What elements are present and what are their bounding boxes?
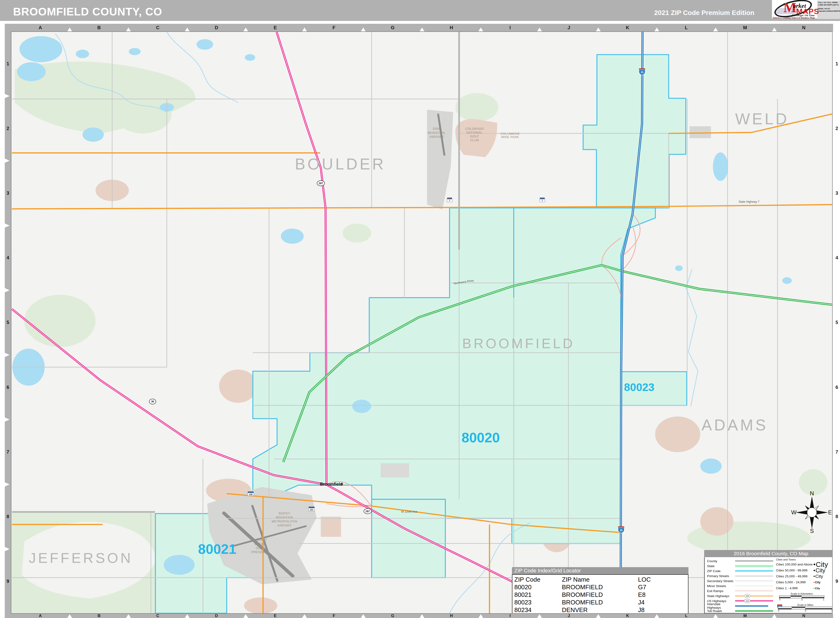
grid-col: K — [598, 24, 657, 31]
city-dot-icon — [813, 570, 815, 571]
svg-text:W 120th Ave: W 120th Ave — [401, 510, 417, 513]
sh7-shield: 7 — [447, 198, 452, 202]
county-label-broomfield: BROOMFIELD — [462, 336, 575, 351]
svg-text:NATIONAL: NATIONAL — [466, 131, 483, 134]
logo-tagline: On Target. On Time. — [792, 14, 815, 16]
zip-table-header-row: ZIP Code ZIP Name LOC — [514, 576, 686, 583]
grid-row: 6 — [5, 355, 11, 419]
sh7-shield: 7 — [539, 198, 545, 202]
sh128-shield: 128 — [248, 491, 254, 496]
svg-text:GOLF: GOLF — [256, 546, 265, 550]
title-bar: BROOMFIELD COUNTY, CO 2021 ZIP Code Prem… — [0, 0, 840, 21]
svg-text:MUNICIPAL: MUNICIPAL — [428, 131, 445, 135]
grid-row: 7 — [5, 419, 11, 484]
grid-left-bar: 1 2 3 4 5 6 7 8 9 — [5, 31, 11, 614]
grid-col: N — [774, 24, 833, 31]
grid-col: B — [70, 614, 128, 618]
us287-shield: 287 — [317, 181, 325, 186]
county-label-weld: WELD — [735, 110, 789, 128]
grid-col: A — [11, 24, 70, 31]
i25-shield: 25 — [639, 68, 645, 75]
grid-col: C — [128, 24, 187, 31]
grid-col: C — [128, 614, 187, 618]
edition-label: 2021 ZIP Code Premium Edition — [654, 9, 754, 16]
grid-col: J — [539, 24, 598, 31]
legend-item-label: Toll Roads — [707, 609, 735, 613]
grid-row: 4 — [5, 226, 11, 290]
zip-index-table: ZIP Code Index/Grid Locator ZIP Code ZIP… — [512, 567, 688, 614]
city-label-broomfield: Broomfield — [320, 482, 343, 487]
grid-row: 3 — [5, 161, 11, 225]
zip-table-row: 80020 BROOMFIELD G7 — [514, 583, 686, 591]
zip-table-row: 80021 BROOMFIELD E8 — [514, 591, 686, 599]
svg-text:128: 128 — [249, 493, 252, 496]
svg-text:287: 287 — [365, 510, 370, 513]
legend-item-label: Minor Streets — [707, 584, 735, 588]
svg-text:7: 7 — [542, 199, 543, 202]
legend-item-label: State — [707, 564, 735, 568]
state-highway-shield-icon: 123 — [744, 594, 750, 598]
legend-item-label: Primary Streets — [707, 574, 735, 578]
compass-w: W — [791, 509, 797, 515]
zip-label-80020: 80020 — [462, 430, 500, 445]
compass-rose: N S E W — [789, 491, 833, 534]
grid-row: 9 — [5, 549, 11, 614]
zip-table-row: 80023 BROOMFIELD J4 — [514, 599, 686, 606]
grid-row: 8 — [834, 484, 840, 549]
svg-text:State Highway 7: State Highway 7 — [739, 200, 760, 204]
legend-cities-column: Cities and Towns Cities 100,000 and Abov… — [776, 558, 833, 591]
svg-text:121: 121 — [310, 508, 313, 511]
county-label-jefferson: JEFFERSON — [29, 550, 133, 566]
grid-col: J — [539, 614, 598, 618]
svg-text:25: 25 — [640, 71, 643, 74]
grid-row: 6 — [834, 355, 840, 419]
i25-shield: 25 — [618, 526, 624, 533]
grid-right-bar: 1 2 3 4 5 6 7 8 9 — [834, 31, 840, 614]
grid-col: I — [481, 24, 539, 31]
page-title: BROOMFIELD COUNTY, CO — [13, 5, 162, 18]
legend-item-label: County — [707, 559, 735, 563]
grid-col: E — [246, 24, 304, 31]
legend-body: County State ZIP Code Primary Streets Se… — [704, 557, 833, 614]
sh121-shield: 121 — [308, 507, 315, 511]
grid-col: B — [70, 24, 128, 31]
svg-text:AIRPORT: AIRPORT — [429, 135, 444, 138]
grid-row: 5 — [834, 290, 840, 355]
grid-col: K — [598, 614, 657, 618]
svg-text:COLUMBINE: COLUMBINE — [500, 132, 520, 135]
logo-contact-box: CALL US TOLL FREE! 1-888-434-MAPS (6277)… — [817, 0, 840, 19]
svg-text:AIRPORT: AIRPORT — [277, 524, 292, 527]
grid-row: 8 — [5, 484, 11, 549]
scale-kilometers: Scale in Kilometers 0.51 — [779, 592, 824, 601]
grid-row: 4 — [834, 226, 840, 290]
grid-col: N — [774, 614, 833, 618]
map-canvas: 25 25 287 287 36 — [11, 31, 833, 614]
svg-text:CLUB: CLUB — [470, 138, 479, 142]
city-dot-icon — [813, 576, 815, 577]
grid-col: G — [363, 24, 422, 31]
grid-col: M — [716, 24, 774, 31]
contact-call-2: 1-888-434-MAPS (6277) — [818, 4, 839, 6]
svg-text:CREEK: CREEK — [255, 542, 266, 546]
county-label-boulder: BOULDER — [295, 155, 386, 173]
grid-row: 7 — [834, 419, 840, 484]
grid-col: L — [657, 24, 716, 31]
map-sheet: BROOMFIELD COUNTY, CO 2021 ZIP Code Prem… — [0, 0, 840, 618]
grid-col: A — [11, 614, 70, 618]
svg-text:36: 36 — [151, 400, 154, 403]
marketmaps-logo: M arket MAPS On Target. On Time. America… — [772, 0, 840, 19]
svg-text:287: 287 — [319, 182, 323, 185]
grid-col: D — [187, 24, 246, 31]
legend-item-label: ZIP Code — [707, 569, 735, 573]
legend-item-label: Secondary Streets — [707, 579, 735, 583]
compass-s: S — [810, 528, 814, 534]
svg-text:25: 25 — [620, 529, 623, 532]
zip-label-80023: 80023 — [624, 381, 654, 394]
svg-text:ROCKY: ROCKY — [279, 511, 290, 515]
grid-row: 1 — [834, 31, 840, 96]
city-labels: Broomfield — [320, 482, 343, 487]
marketmaps-logo-art: M arket MAPS On Target. On Time. America… — [772, 0, 817, 19]
svg-text:MINE PARK: MINE PARK — [501, 135, 519, 139]
contact-email-2: mapsales@MarketMAPS.com — [818, 10, 839, 12]
legend-item-label: Exit Ramps — [707, 589, 735, 593]
